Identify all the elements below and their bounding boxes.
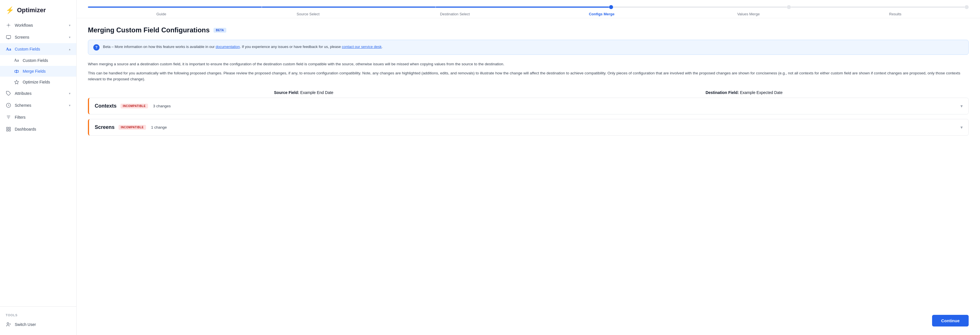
sidebar-sub-merge-fields[interactable]: Merge Fields xyxy=(0,66,76,77)
info-text-prefix: Beta – More information on how this feat… xyxy=(103,45,215,49)
source-field: Source Field: Example End Date xyxy=(274,90,333,95)
source-field-value-text: Example End Date xyxy=(300,90,334,95)
switch-user-icon xyxy=(6,322,11,327)
destination-field: Destination Field: Example Expected Date xyxy=(705,90,783,95)
sidebar-item-custom-fields-label: Custom Fields xyxy=(15,47,40,51)
svg-rect-7 xyxy=(9,127,11,129)
workflows-icon xyxy=(6,22,11,28)
sidebar-item-custom-fields[interactable]: Aa Custom Fields ▴ xyxy=(0,43,76,55)
switch-user-label: Switch User xyxy=(15,322,36,327)
app-title: Optimizer xyxy=(17,6,46,14)
custom-fields-icon: Aa xyxy=(6,46,11,52)
stepper-track xyxy=(88,5,969,9)
step-line-3 xyxy=(436,6,609,8)
contexts-title: Contexts xyxy=(95,103,116,109)
step-line-4 xyxy=(613,6,787,8)
sidebar-item-filters-label: Filters xyxy=(15,115,25,120)
sidebar-item-workflows-label: Workflows xyxy=(15,23,33,27)
dashboards-icon xyxy=(6,126,11,132)
merge-fields-icon xyxy=(14,69,19,74)
filters-icon xyxy=(6,115,11,120)
app-logo: ⚡ Optimizer xyxy=(0,0,76,19)
info-icon: ? xyxy=(93,44,100,51)
sidebar-footer: TOOLS Switch User xyxy=(0,306,76,335)
main-content: Guide Source Select Destination Select C… xyxy=(76,0,980,335)
continue-button[interactable]: Continue xyxy=(932,315,969,327)
screens-section-header[interactable]: Screens INCOMPATIBLE 1 change ▾ xyxy=(89,119,968,136)
screens-changes: 1 change xyxy=(151,125,167,129)
sidebar-sub-merge-fields-label: Merge Fields xyxy=(23,69,46,73)
contexts-changes: 3 changes xyxy=(153,104,171,108)
screens-icon xyxy=(6,34,11,40)
attributes-icon xyxy=(6,91,11,96)
logo-icon: ⚡ xyxy=(6,6,14,14)
info-text-suffix: . xyxy=(382,45,383,49)
sidebar-sub-custom-fields[interactable]: Aa Custom Fields xyxy=(0,55,76,66)
sidebar-item-filters[interactable]: Filters xyxy=(0,111,76,123)
switch-user-item[interactable]: Switch User xyxy=(0,319,76,330)
destination-field-label: Destination Field: xyxy=(705,90,739,95)
info-text-mid: . If you experience any issues or have f… xyxy=(240,45,342,49)
sidebar-sub-optimize-fields[interactable]: Optimize Fields xyxy=(0,77,76,88)
page-title-row: Merging Custom Field Configurations BETA xyxy=(88,26,969,34)
step-label-destination-select[interactable]: Destination Select xyxy=(382,12,528,16)
sidebar: ⚡ Optimizer Workflows ▾ Screens ▾ Aa Cus… xyxy=(0,0,76,335)
chevron-down-icon: ▾ xyxy=(69,24,71,27)
aa-icon: Aa xyxy=(14,57,19,63)
step-dot-results xyxy=(965,5,969,9)
screens-section: Screens INCOMPATIBLE 1 change ▾ xyxy=(88,119,969,136)
description-1: When merging a source and a destination … xyxy=(88,61,969,67)
info-banner: ? Beta – More information on how this fe… xyxy=(88,40,969,55)
step-line-5 xyxy=(791,6,965,8)
sidebar-item-screens[interactable]: Screens ▾ xyxy=(0,31,76,43)
screens-title: Screens xyxy=(95,124,115,130)
sidebar-item-dashboards[interactable]: Dashboards xyxy=(0,123,76,135)
step-line-2 xyxy=(262,6,436,8)
chevron-down-icon: ▾ xyxy=(69,35,71,39)
continue-btn-container: Continue xyxy=(932,315,969,327)
svg-rect-6 xyxy=(6,127,8,129)
step-line-1 xyxy=(88,6,262,8)
step-label-configs-merge[interactable]: Configs Merge xyxy=(528,12,675,16)
sidebar-item-schemes-label: Schemes xyxy=(15,103,31,108)
sidebar-item-schemes[interactable]: Schemes ▾ xyxy=(0,99,76,111)
chevron-down-icon: ▾ xyxy=(69,104,71,107)
sidebar-item-workflows[interactable]: Workflows ▾ xyxy=(0,19,76,31)
contexts-incompatible-badge: INCOMPATIBLE xyxy=(121,104,148,108)
schemes-icon xyxy=(6,102,11,108)
svg-rect-8 xyxy=(9,130,11,131)
screens-chevron-down-icon: ▾ xyxy=(961,124,963,130)
source-field-label: Source Field: xyxy=(274,90,299,95)
service-desk-link[interactable]: contact our service desk xyxy=(342,45,382,49)
stepper: Guide Source Select Destination Select C… xyxy=(76,0,980,18)
sidebar-sub-custom-fields-label: Custom Fields xyxy=(23,58,48,63)
sidebar-item-attributes-label: Attributes xyxy=(15,91,32,96)
sidebar-item-screens-label: Screens xyxy=(15,35,29,40)
documentation-link[interactable]: documentation xyxy=(215,45,240,49)
step-label-guide[interactable]: Guide xyxy=(88,12,235,16)
sidebar-item-dashboards-label: Dashboards xyxy=(15,127,36,131)
page-title: Merging Custom Field Configurations xyxy=(88,26,210,34)
destination-field-value-text: Example Expected Date xyxy=(740,90,783,95)
step-label-results[interactable]: Results xyxy=(822,12,969,16)
fields-row: Source Field: Example End Date Destinati… xyxy=(88,85,969,98)
optimize-fields-icon xyxy=(14,79,19,85)
step-label-values-merge[interactable]: Values Merge xyxy=(675,12,822,16)
screens-incompatible-badge: INCOMPATIBLE xyxy=(119,125,146,130)
svg-point-0 xyxy=(8,25,10,26)
beta-badge: BETA xyxy=(213,28,226,33)
svg-rect-1 xyxy=(6,35,11,38)
sidebar-nav: Workflows ▾ Screens ▾ Aa Custom Fields ▴… xyxy=(0,19,76,306)
contexts-section: Contexts INCOMPATIBLE 3 changes ▾ xyxy=(88,98,969,115)
tools-label: TOOLS xyxy=(0,309,76,319)
chevron-up-icon: ▴ xyxy=(69,48,71,51)
step-label-source-select[interactable]: Source Select xyxy=(235,12,382,16)
svg-rect-9 xyxy=(6,130,8,131)
sidebar-sub-optimize-fields-label: Optimize Fields xyxy=(23,80,50,84)
info-text: Beta – More information on how this feat… xyxy=(103,44,383,50)
description-2: This can be handled for you automaticall… xyxy=(88,70,969,82)
sidebar-item-attributes[interactable]: Attributes ▾ xyxy=(0,88,76,99)
step-dot-values-merge xyxy=(787,5,791,9)
stepper-labels: Guide Source Select Destination Select C… xyxy=(88,12,969,16)
contexts-section-header[interactable]: Contexts INCOMPATIBLE 3 changes ▾ xyxy=(89,98,968,114)
